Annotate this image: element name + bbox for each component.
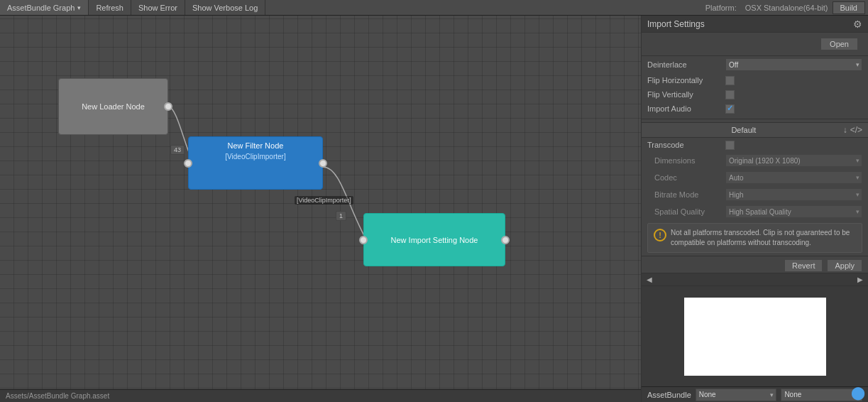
spatial-label: Spatial Quality xyxy=(647,207,725,216)
codec-select[interactable]: Auto xyxy=(725,171,862,184)
spatial-row: Spatial Quality High Spatial Quality xyxy=(642,203,868,220)
dimensions-select[interactable]: Original (1920 X 1080) xyxy=(725,154,862,167)
status-path: Assets/AssetBundle Graph.asset xyxy=(6,392,109,400)
import-setting-node[interactable]: New Import Setting Node xyxy=(363,213,505,266)
download-icon[interactable]: ↓ xyxy=(843,125,847,135)
connection-badge-1: 1 xyxy=(336,211,346,221)
codec-label: Codec xyxy=(647,173,725,182)
preview-next-icon[interactable]: ▶ xyxy=(855,276,865,283)
status-bar: Assets/AssetBundle Graph.asset xyxy=(0,389,641,402)
show-error-button[interactable]: Show Error xyxy=(131,0,185,15)
dimensions-dropdown[interactable]: Original (1920 X 1080) xyxy=(725,154,862,167)
transcode-label: Transcode xyxy=(647,141,725,149)
default-label: Default xyxy=(647,126,840,134)
warning-box: ! Not all platforms transcoded. Clip is … xyxy=(647,223,862,253)
platform-label: Platform: xyxy=(701,4,741,12)
loader-node-title: New Loader Node xyxy=(59,79,167,134)
right-panel: Import Settings ⚙ Open Deinterlace Off F… xyxy=(641,16,868,402)
filter-node-title: New Filter Node xyxy=(189,137,322,151)
codec-row: Codec Auto xyxy=(642,169,868,186)
bitrate-row: Bitrate Mode High xyxy=(642,186,868,203)
preview-image xyxy=(684,298,826,376)
preview-area: ◀ ▶ xyxy=(642,273,868,386)
open-button[interactable]: Open xyxy=(820,38,858,50)
gear-icon[interactable]: ⚙ xyxy=(853,18,862,30)
asset-variant-select[interactable]: None xyxy=(781,389,862,401)
flip-h-label: Flip Horizontally xyxy=(647,76,725,85)
flip-v-row: Flip Vertically xyxy=(642,87,868,102)
code-icon[interactable]: </> xyxy=(850,125,862,135)
transcode-checkbox[interactable] xyxy=(725,141,735,150)
unity-icon: ⬤ xyxy=(851,385,865,401)
flip-h-row: Flip Horizontally xyxy=(642,73,868,87)
import-node-input-port[interactable] xyxy=(359,236,368,244)
graph-dropdown[interactable]: AssetBundle Graph ▾ xyxy=(0,0,89,15)
import-audio-label: Import Audio xyxy=(647,104,725,113)
graph-area[interactable]: 43 1 [VideoClipImporter] New Loader Node… xyxy=(0,16,641,402)
connections-svg xyxy=(0,16,641,402)
filter-node-subtitle: [VideoClipImporter] xyxy=(189,151,322,162)
panel-header: Import Settings ⚙ xyxy=(642,16,868,33)
spatial-select[interactable]: High Spatial Quality xyxy=(725,205,862,218)
import-node-title: New Import Setting Node xyxy=(364,214,505,266)
import-node-output-port[interactable] xyxy=(501,236,510,244)
import-audio-row: Import Audio xyxy=(642,102,868,116)
spatial-dropdown[interactable]: High Spatial Quality xyxy=(725,205,862,218)
filter-node-output-port[interactable] xyxy=(319,159,327,168)
refresh-button[interactable]: Refresh xyxy=(89,0,131,15)
connection-badge-43: 43 xyxy=(170,145,185,155)
top-bar: AssetBundle Graph ▾ Refresh Show Error S… xyxy=(0,0,868,16)
transcode-row: Transcode xyxy=(642,138,868,152)
filter-node[interactable]: New Filter Node [VideoClipImporter] xyxy=(188,136,323,190)
deinterlace-dropdown[interactable]: Off xyxy=(725,58,862,71)
flip-h-checkbox[interactable] xyxy=(725,76,735,85)
preview-content xyxy=(642,286,868,386)
panel-content: Deinterlace Off Flip Horizontally Flip V… xyxy=(642,56,868,273)
codec-dropdown[interactable]: Auto xyxy=(725,171,862,184)
warning-icon: ! xyxy=(654,229,666,241)
asset-variant-dropdown[interactable]: None xyxy=(781,389,862,401)
flip-v-checkbox[interactable] xyxy=(725,90,735,99)
bitrate-dropdown[interactable]: High xyxy=(725,188,862,201)
panel-buttons: Revert Apply xyxy=(642,256,868,273)
platform-value: OSX Standalone(64-bit) xyxy=(741,4,833,12)
filter-node-input-port[interactable] xyxy=(184,159,192,168)
loader-node[interactable]: New Loader Node xyxy=(58,78,168,135)
import-audio-checkbox[interactable] xyxy=(725,104,735,114)
asset-bundle-label: AssetBundle xyxy=(647,391,691,399)
asset-bundle-dropdown[interactable]: None xyxy=(696,389,777,401)
deinterlace-row: Deinterlace Off xyxy=(642,56,868,73)
preview-controls: ◀ ▶ xyxy=(642,273,868,286)
graph-label: AssetBundle Graph xyxy=(7,4,75,12)
dimensions-label: Dimensions xyxy=(647,156,725,165)
bitrate-select[interactable]: High xyxy=(725,188,862,201)
panel-title: Import Settings xyxy=(647,19,705,29)
connection-label: [VideoClipImporter] xyxy=(295,196,353,205)
deinterlace-select[interactable]: Off xyxy=(725,58,862,71)
preview-prev-icon[interactable]: ◀ xyxy=(644,276,654,283)
show-verbose-button[interactable]: Show Verbose Log xyxy=(185,0,265,15)
bitrate-label: Bitrate Mode xyxy=(647,190,725,199)
dimensions-row: Dimensions Original (1920 X 1080) xyxy=(642,152,868,169)
loader-node-output-port[interactable] xyxy=(164,102,172,111)
deinterlace-label: Deinterlace xyxy=(647,60,725,69)
asset-bar: AssetBundle None None ⬤ xyxy=(642,386,868,402)
revert-button[interactable]: Revert xyxy=(784,259,823,272)
build-button[interactable]: Build xyxy=(833,1,865,14)
main-content: 43 1 [VideoClipImporter] New Loader Node… xyxy=(0,16,868,402)
asset-bundle-select[interactable]: None xyxy=(696,389,777,401)
warning-text: Not all platforms transcoded. Clip is no… xyxy=(671,228,856,248)
flip-v-label: Flip Vertically xyxy=(647,90,725,99)
apply-button[interactable]: Apply xyxy=(827,259,862,272)
default-bar: Default ↓ </> xyxy=(642,122,868,138)
